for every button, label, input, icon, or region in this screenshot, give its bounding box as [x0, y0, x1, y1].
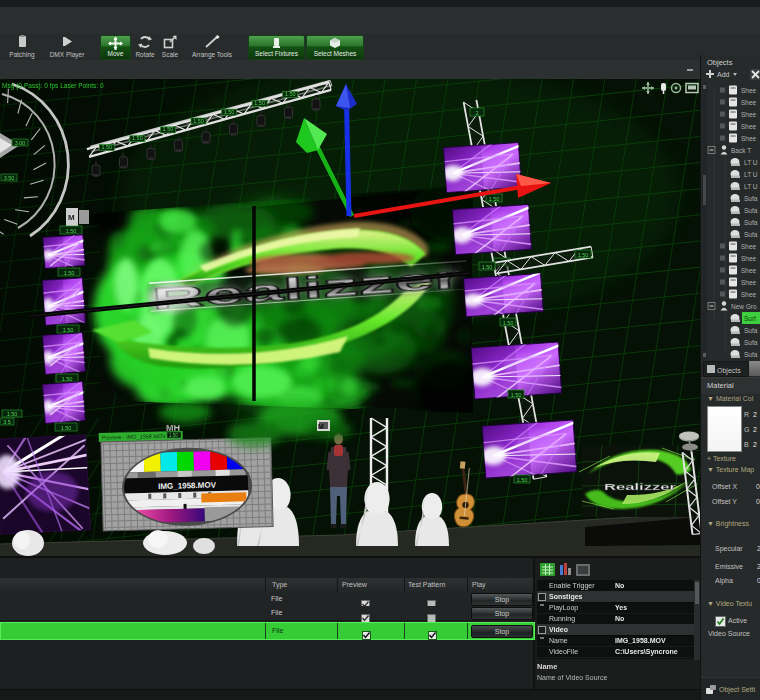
svg-text:Sufa: Sufa [744, 231, 758, 238]
svg-text:1.50: 1.50 [169, 433, 178, 438]
svg-text:Add: Add [717, 71, 730, 78]
svg-text:MH: MH [166, 423, 180, 433]
svg-text:M: M [68, 213, 75, 222]
svg-text:1.50: 1.50 [224, 109, 235, 115]
svg-text:Surf: Surf [744, 315, 756, 322]
svg-text:LT U: LT U [744, 183, 758, 190]
svg-text:Shee: Shee [741, 279, 757, 286]
svg-text:1.50: 1.50 [511, 392, 522, 398]
svg-text:Sufa: Sufa [744, 339, 758, 346]
svg-text:1.50: 1.50 [193, 118, 204, 124]
svg-text:3.00: 3.00 [15, 140, 26, 146]
svg-text:1.50: 1.50 [61, 425, 72, 431]
svg-text:1.50: 1.50 [63, 327, 74, 333]
svg-text:Shee: Shee [741, 123, 757, 130]
svg-text:1.50: 1.50 [66, 228, 77, 234]
svg-text:Shee: Shee [741, 243, 757, 250]
svg-text:Shee: Shee [741, 255, 757, 262]
svg-text:Shee: Shee [741, 267, 757, 274]
svg-text:Sufa: Sufa [744, 327, 758, 334]
svg-text:Sufa: Sufa [744, 195, 758, 202]
svg-text:M: M [318, 423, 324, 430]
svg-text:Realizzer: Realizzer [604, 482, 677, 492]
svg-text:1.50: 1.50 [489, 196, 500, 202]
svg-text:1.50: 1.50 [517, 477, 528, 483]
svg-text:1.50: 1.50 [163, 126, 174, 132]
svg-text:Back T: Back T [731, 147, 751, 154]
svg-text:Shee: Shee [741, 291, 757, 298]
svg-text:Sufa: Sufa [744, 219, 758, 226]
svg-text:1.50: 1.50 [503, 320, 514, 326]
svg-text:New Gro: New Gro [731, 303, 757, 310]
svg-text:1.50: 1.50 [285, 91, 296, 97]
svg-text:IMG_1958.MOV: IMG_1958.MOV [158, 481, 217, 492]
svg-text:1.50: 1.50 [254, 100, 265, 106]
svg-text:Msg (0-Pass): 0 fps Laser Po: Msg (0-Pass): 0 fps Laser Points: 0 [2, 82, 104, 90]
svg-text:Sufa: Sufa [744, 351, 758, 358]
svg-text:1.50: 1.50 [64, 270, 75, 276]
svg-text:LT U: LT U [744, 171, 758, 178]
svg-text:Shee: Shee [741, 135, 757, 142]
svg-text:3.50: 3.50 [4, 175, 15, 181]
svg-text:2: 2 [475, 110, 478, 116]
svg-text:1.50: 1.50 [132, 135, 143, 141]
svg-text:1.50: 1.50 [578, 252, 589, 258]
svg-text:3.5: 3.5 [3, 419, 11, 425]
svg-text:LT U: LT U [744, 159, 758, 166]
svg-text:Shee: Shee [741, 111, 757, 118]
svg-text:1.50: 1.50 [62, 376, 73, 382]
svg-text:Shee: Shee [741, 99, 757, 106]
svg-text:1.50: 1.50 [101, 144, 112, 150]
svg-text:1.50: 1.50 [7, 411, 18, 417]
svg-text:1.50: 1.50 [482, 264, 493, 270]
svg-text:Sufa: Sufa [744, 207, 758, 214]
svg-text:Shee: Shee [741, 87, 757, 94]
